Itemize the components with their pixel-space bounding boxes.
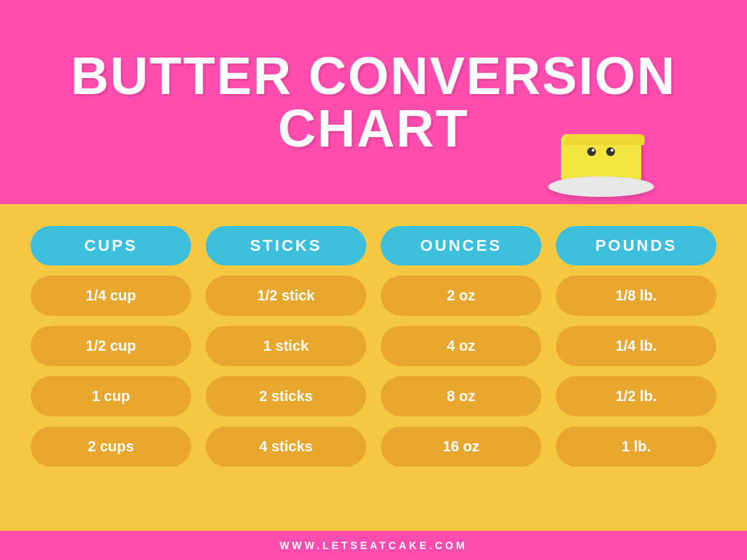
data-row-0: 1/4 cup1/2 stick2 oz1/8 lb.: [31, 276, 716, 316]
footer-url: WWW.LETSEATCAKE.COM: [279, 540, 468, 551]
cell-3-0: 2 cups: [31, 427, 191, 467]
cell-0-3: 1/8 lb.: [556, 276, 716, 316]
cell-0-1: 1/2 stick: [206, 276, 366, 316]
header-ounces: OUNCES: [381, 226, 541, 265]
conversion-table: CUPS STICKS OUNCES POUNDS 1/4 cup1/2 sti…: [31, 226, 716, 467]
data-row-1: 1/2 cup1 stick4 oz1/4 lb.: [31, 326, 716, 366]
butter-illustration: [543, 102, 659, 197]
cell-2-2: 8 oz: [381, 376, 541, 416]
cell-3-3: 1 lb.: [556, 427, 716, 467]
butter-eye-left: [587, 147, 596, 156]
cell-2-3: 1/2 lb.: [556, 376, 716, 416]
butter-plate: [549, 176, 654, 197]
cell-0-2: 2 oz: [381, 276, 541, 316]
cell-3-1: 4 sticks: [206, 427, 366, 467]
cell-3-2: 16 oz: [381, 427, 541, 467]
header-row: CUPS STICKS OUNCES POUNDS: [31, 226, 716, 265]
header-section: BUTTER CONVERSION CHART: [0, 0, 747, 204]
cell-1-0: 1/2 cup: [31, 326, 191, 366]
butter-eye-right: [606, 147, 615, 156]
data-row-2: 1 cup2 sticks8 oz1/2 lb.: [31, 376, 716, 416]
cell-0-0: 1/4 cup: [31, 276, 191, 316]
footer-section: WWW.LETSEATCAKE.COM: [0, 531, 747, 560]
title-line2: CHART: [278, 99, 469, 158]
cell-1-1: 1 stick: [206, 326, 366, 366]
butter-face: [587, 147, 615, 156]
cell-1-3: 1/4 lb.: [556, 326, 716, 366]
header-cups: CUPS: [31, 226, 191, 265]
title-line1: BUTTER CONVERSION: [71, 47, 676, 105]
data-row-3: 2 cups4 sticks16 oz1 lb.: [31, 427, 716, 467]
header-sticks: STICKS: [206, 226, 366, 265]
header-pounds: POUNDS: [556, 226, 716, 265]
cell-2-0: 1 cup: [31, 376, 191, 416]
content-section: CUPS STICKS OUNCES POUNDS 1/4 cup1/2 sti…: [0, 204, 747, 531]
cell-1-2: 4 oz: [381, 326, 541, 366]
page-wrapper: BUTTER CONVERSION CHART CUPS STICKS OUNC…: [0, 0, 747, 560]
cell-2-1: 2 sticks: [206, 376, 366, 416]
